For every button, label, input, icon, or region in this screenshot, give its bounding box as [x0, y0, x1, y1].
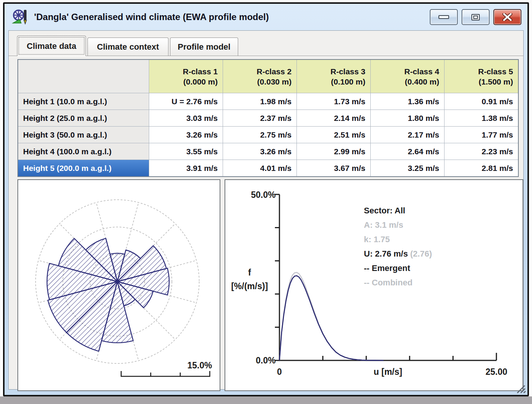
desktop-background-strip	[0, 396, 532, 404]
row-header-height5-selected[interactable]: Height 5 (200.0 m a.g.l.)	[18, 160, 149, 176]
legend-line: -- Combined	[364, 276, 432, 290]
table-cell[interactable]: 2.17 m/s	[371, 127, 444, 143]
x-axis-label: u [m/s]	[374, 367, 402, 377]
table-cell[interactable]: 4.01 m/s	[223, 160, 296, 176]
legend-text: -- Combined	[364, 278, 412, 287]
col-header-rclass3: R-class 3(0.100 m)	[297, 60, 370, 93]
rose-scale-label: 15.0%	[187, 360, 212, 370]
y-axis-label-line2: [%/(m/s)]	[231, 281, 268, 291]
table-cell[interactable]: 1.73 m/s	[297, 93, 370, 110]
tab-profile-model[interactable]: Profile model	[170, 38, 238, 56]
row-header-height2[interactable]: Height 2 (25.0 m a.g.l.)	[18, 110, 149, 126]
row-header-height3[interactable]: Height 3 (50.0 m a.g.l.)	[18, 127, 149, 143]
window-title: 'Dangla' Generalised wind climate (EWA p…	[34, 4, 269, 30]
table-cell[interactable]: 2.51 m/s	[297, 127, 370, 143]
table-cell[interactable]: 3.25 m/s	[371, 160, 444, 176]
x-min-label: 0	[277, 367, 282, 377]
table-cell[interactable]: 2.81 m/s	[445, 160, 518, 176]
y-max-label: 50.0%	[251, 190, 276, 200]
tab-climate-data-label: Climate data	[27, 41, 76, 51]
row-header-height4[interactable]: Height 4 (100.0 m a.g.l.)	[18, 143, 149, 160]
table-cell[interactable]: 1.98 m/s	[223, 93, 296, 110]
table-cell[interactable]: 3.26 m/s	[223, 143, 296, 160]
table-cell[interactable]: 3.26 m/s	[149, 127, 223, 143]
rose-scale-bar	[121, 371, 210, 376]
y-min-label: 0.0%	[256, 355, 276, 365]
table-cell[interactable]: 2.14 m/s	[297, 110, 370, 126]
table-cell[interactable]: U = 2.76 m/s	[149, 93, 223, 110]
legend-line: A: 3.1 m/s	[364, 218, 432, 232]
window-controls	[430, 9, 521, 25]
table-cell[interactable]: 1.36 m/s	[371, 93, 444, 110]
legend-text: U: 2.76 m/s	[364, 249, 408, 258]
table-cell[interactable]: 3.67 m/s	[297, 160, 370, 176]
col-header-rclass1: R-class 1(0.000 m)	[149, 60, 223, 93]
tab-climate-context[interactable]: Climate context	[87, 38, 168, 56]
minimize-button[interactable]	[430, 9, 458, 25]
wind-distribution-panel: 50.0%0.0%0u [m/s]25.00f[%/(m/s)] Sector:…	[225, 179, 523, 391]
table-cell[interactable]: 0.91 m/s	[445, 93, 518, 110]
x-max-label: 25.00	[485, 367, 507, 377]
close-button[interactable]	[493, 9, 521, 25]
client-area: Climate data Climate context Profile mod…	[8, 30, 524, 390]
legend-line: -- Emergent	[364, 261, 432, 276]
wind-climate-table: R-class 1(0.000 m) R-class 2(0.030 m) R-…	[17, 59, 519, 177]
col-header-rclass2: R-class 2(0.030 m)	[223, 60, 296, 93]
table-cell[interactable]: 2.64 m/s	[371, 143, 444, 160]
minimize-icon	[438, 15, 449, 19]
legend-text: A: 3.1 m/s	[364, 220, 403, 230]
table-cell[interactable]: 2.37 m/s	[223, 110, 296, 126]
wind-rose-panel: 15.0%	[17, 179, 220, 391]
legend-text: -- Emergent	[364, 263, 410, 273]
col-header-rclass5: R-class 5(1.500 m)	[445, 60, 518, 93]
tab-climate-context-label: Climate context	[97, 42, 159, 52]
wind-climate-icon	[11, 8, 30, 26]
legend-line: k: 1.75	[364, 232, 432, 247]
table-cell[interactable]: 1.77 m/s	[445, 127, 518, 143]
table-cell[interactable]: 2.99 m/s	[297, 143, 370, 160]
resize-grip-icon[interactable]	[515, 384, 526, 394]
maximize-icon	[471, 14, 480, 20]
wind-rose-chart: 15.0%	[18, 180, 220, 390]
legend-text: Sector: All	[364, 206, 405, 215]
legend-text: (2.76)	[408, 249, 432, 258]
distribution-legend: Sector: AllA: 3.1 m/sk: 1.75U: 2.76 m/s …	[364, 204, 432, 290]
y-axis-label-line1: f	[248, 268, 251, 277]
tab-profile-model-label: Profile model	[178, 42, 230, 52]
title-bar[interactable]: 'Dangla' Generalised wind climate (EWA p…	[5, 4, 527, 30]
table-corner-cell	[18, 60, 149, 93]
tab-climate-data[interactable]: Climate data	[17, 36, 86, 56]
table-cell[interactable]: 3.91 m/s	[149, 160, 223, 176]
legend-line: Sector: All	[364, 204, 432, 218]
table-cell[interactable]: 3.55 m/s	[149, 143, 223, 160]
app-window: 'Dangla' Generalised wind climate (EWA p…	[3, 2, 529, 396]
table-cell[interactable]: 1.38 m/s	[445, 110, 518, 126]
table-cell[interactable]: 1.80 m/s	[371, 110, 444, 126]
table-cell[interactable]: 2.23 m/s	[445, 143, 518, 160]
row-header-height1[interactable]: Height 1 (10.0 m a.g.l.)	[18, 93, 149, 110]
col-header-rclass4: R-class 4(0.400 m)	[371, 60, 444, 93]
table-cell[interactable]: 2.75 m/s	[223, 127, 296, 143]
close-icon	[502, 13, 512, 21]
maximize-button[interactable]	[462, 9, 490, 25]
legend-text: k: 1.75	[364, 235, 390, 244]
table-cell[interactable]: 3.03 m/s	[149, 110, 223, 126]
legend-line: U: 2.76 m/s (2.76)	[364, 247, 432, 261]
